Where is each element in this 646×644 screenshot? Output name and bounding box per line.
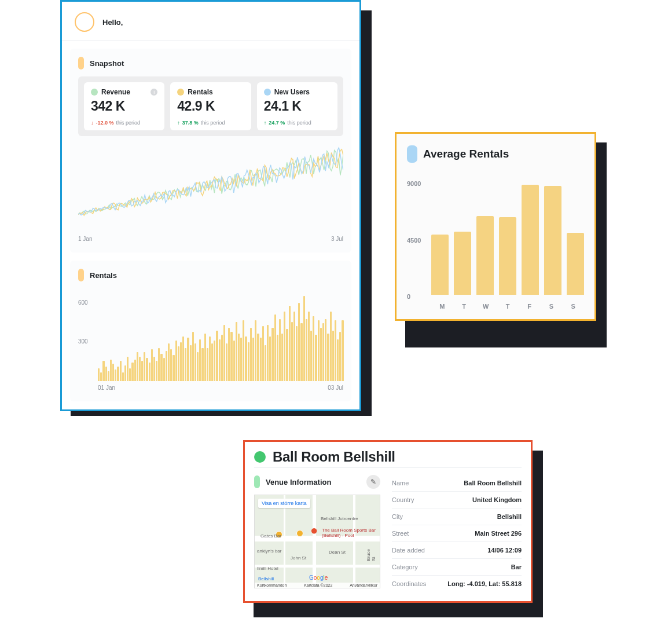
x-tick: S [541, 303, 563, 310]
rentals-section: Rentals 600 300 01 Jan 03 Jul [70, 261, 351, 401]
kpi-label: Rentals [188, 88, 212, 96]
map-poi-label: Ilmill Hotel [257, 566, 278, 571]
bar [105, 367, 107, 381]
bar [499, 217, 516, 295]
kpi-dot-icon [264, 89, 271, 96]
info-row: Date added14/06 12:09 [392, 542, 522, 559]
bar [296, 326, 298, 381]
x-start-label: 01 Jan [98, 385, 115, 391]
info-key: Country [392, 496, 414, 503]
map-poi-label: Bellshill [258, 576, 274, 581]
bar [180, 342, 182, 382]
bar [544, 186, 561, 295]
map-expand-link[interactable]: Visa en större karta [258, 499, 310, 508]
info-row: StreetMain Street 296 [392, 525, 522, 542]
info-icon[interactable]: i [151, 89, 157, 96]
kpi-rentals[interactable]: Rentals 42.9 K ↑ 37.8 % this period [170, 82, 251, 130]
map-shortcuts-link[interactable]: Kortkommandon [257, 583, 287, 587]
bar [139, 357, 141, 382]
avg-bars [431, 177, 584, 295]
kpi-revenue[interactable]: Revenue i 342 K ↓ -12.0 % this period [84, 82, 164, 130]
bar [226, 343, 227, 381]
map-street-label: Bruce St [366, 544, 376, 561]
bar [223, 325, 225, 382]
kpi-delta: ↑ 37.8 % this period [177, 120, 244, 126]
bar [298, 303, 300, 381]
x-tick: M [431, 303, 453, 310]
edit-button[interactable]: ✎ [366, 475, 380, 489]
ytick: 4500 [407, 237, 421, 244]
x-tick: T [497, 303, 519, 310]
map-terms-link[interactable]: Användarvillkor [350, 583, 377, 587]
bar [265, 345, 266, 382]
snapshot-title: Snapshot [90, 59, 124, 68]
venue-info-table: NameBall Room BellshillCountryUnited Kin… [392, 475, 522, 592]
google-logo: Google [309, 575, 328, 581]
bar [216, 331, 218, 382]
bar [252, 338, 254, 381]
bar [151, 349, 153, 381]
bar [153, 357, 155, 382]
average-rentals-chart: 9000 4500 0 MTWTFSS [407, 177, 584, 310]
bar [274, 314, 276, 381]
x-end-label: 3 Jul [331, 236, 343, 242]
kpi-new-users[interactable]: New Users 24.1 K ↑ 24.7 % this period [257, 82, 337, 130]
kpi-delta: ↓ -12.0 % this period [91, 120, 157, 126]
bar [337, 339, 339, 382]
avatar[interactable] [75, 12, 94, 32]
bar [327, 334, 329, 382]
bar [293, 312, 295, 381]
info-row: NameBall Room Bellshill [392, 475, 522, 492]
bar [141, 361, 143, 381]
bar [303, 296, 305, 382]
bar [454, 232, 471, 295]
x-end-label: 03 Jul [328, 385, 343, 391]
bar [310, 331, 312, 382]
bar [214, 341, 215, 381]
bar [313, 316, 314, 382]
kpi-row: Revenue i 342 K ↓ -12.0 % this period Re… [78, 76, 343, 136]
bar [175, 341, 177, 381]
average-rentals-title: Average Rentals [423, 148, 509, 160]
ytick: 300 [78, 338, 88, 345]
bar [160, 354, 162, 382]
bar [190, 345, 192, 382]
x-start-label: 1 Jan [78, 236, 92, 242]
bar [335, 320, 336, 381]
bar [476, 216, 494, 295]
map-poi-icon [296, 530, 303, 537]
bar [255, 320, 256, 381]
venue-map[interactable]: Visa en större karta Gates Bar anklyn's … [254, 495, 380, 588]
bar [221, 335, 223, 381]
bar [172, 355, 174, 381]
bar [112, 364, 114, 381]
bar [117, 367, 119, 381]
bar [194, 343, 196, 381]
bar [187, 338, 189, 381]
info-key: City [392, 513, 403, 520]
greeting-text: Hello, [102, 18, 123, 27]
line-series [78, 151, 343, 215]
bar [320, 328, 322, 382]
x-tick: W [475, 303, 497, 310]
bar [185, 348, 186, 382]
bar [286, 329, 288, 381]
bar [250, 328, 252, 382]
bar [207, 348, 208, 382]
bar [248, 342, 249, 382]
kpi-value: 342 K [91, 98, 157, 114]
bar [199, 339, 201, 382]
bar [342, 320, 343, 381]
info-value: United Kingdom [472, 496, 522, 503]
line-chart-svg [78, 145, 343, 232]
map-street-label: Dean St [329, 550, 346, 555]
bar [281, 334, 283, 382]
map-pin-label: The Ball Room Sports Bar (Bellshill) - P… [322, 528, 380, 538]
x-tick: S [562, 303, 584, 310]
bar [170, 349, 172, 381]
kpi-value: 24.1 K [264, 98, 331, 114]
x-tick: T [453, 303, 475, 310]
bar [230, 332, 232, 381]
section-pill-icon [254, 475, 260, 488]
bar [102, 361, 104, 381]
